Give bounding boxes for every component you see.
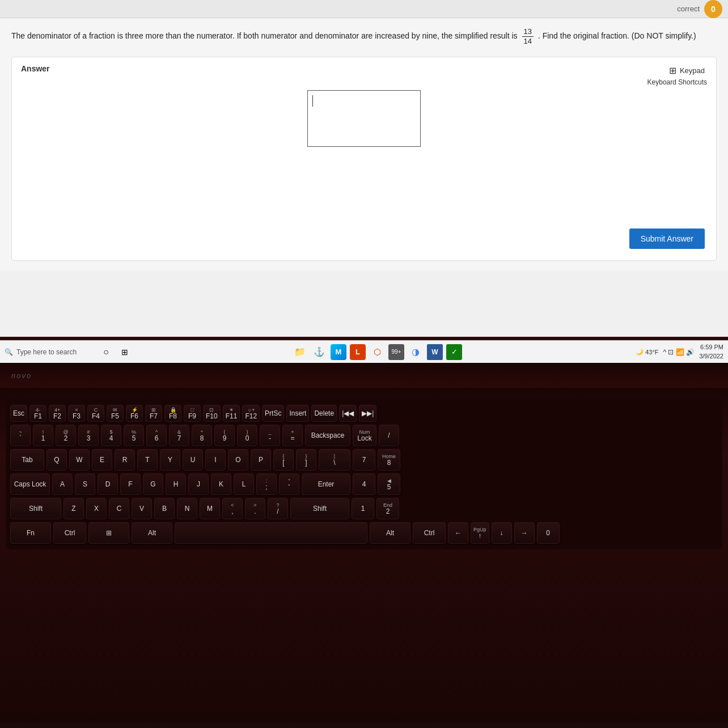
key-d[interactable]: D bbox=[98, 473, 118, 495]
key-backslash[interactable]: |\ bbox=[319, 449, 350, 471]
key-f7[interactable]: ⊞F7 bbox=[145, 405, 162, 422]
key-num4[interactable]: 4 bbox=[353, 473, 375, 495]
chrome-icon[interactable]: ◑ bbox=[408, 344, 424, 360]
keypad-button[interactable]: ⊞ Keypad bbox=[667, 64, 707, 77]
key-f2[interactable]: 4+F2 bbox=[49, 405, 66, 422]
key-prtsc[interactable]: PrtSc bbox=[262, 405, 284, 422]
key-f3[interactable]: ×F3 bbox=[68, 405, 85, 422]
keyboard-shortcuts-link[interactable]: Keyboard Shortcuts bbox=[647, 78, 707, 86]
key-shift-left[interactable]: Shift bbox=[10, 498, 61, 519]
key-tab[interactable]: Tab bbox=[10, 449, 44, 471]
key-rbracket[interactable]: }] bbox=[296, 449, 316, 471]
key-i[interactable]: I bbox=[205, 449, 226, 471]
key-caps[interactable]: Caps Lock bbox=[10, 473, 50, 495]
key-x[interactable]: X bbox=[86, 498, 107, 519]
key-num-slash[interactable]: / bbox=[379, 425, 399, 446]
key-c[interactable]: C bbox=[109, 498, 129, 519]
key-pgup[interactable]: PgUp↑ bbox=[471, 522, 489, 544]
key-prev[interactable]: |◀◀ bbox=[339, 405, 357, 422]
key-m[interactable]: M bbox=[200, 498, 220, 519]
key-j[interactable]: J bbox=[188, 473, 209, 495]
key-lbracket[interactable]: {[ bbox=[273, 449, 294, 471]
key-fn[interactable]: Fn bbox=[10, 522, 51, 544]
key-e[interactable]: E bbox=[92, 449, 112, 471]
key-9[interactable]: (9 bbox=[214, 425, 235, 446]
key-h[interactable]: H bbox=[166, 473, 186, 495]
task-view-button[interactable]: ○ bbox=[98, 344, 115, 360]
submit-button[interactable]: Submit Answer bbox=[629, 228, 705, 249]
key-5[interactable]: %5 bbox=[124, 425, 144, 446]
key-num1[interactable]: 1 bbox=[352, 498, 374, 519]
edge-icon[interactable]: ⚓ bbox=[311, 344, 327, 360]
key-quote[interactable]: "' bbox=[279, 473, 299, 495]
key-y[interactable]: Y bbox=[160, 449, 180, 471]
key-alt-left[interactable]: Alt bbox=[132, 522, 172, 544]
key-num7[interactable]: 7 bbox=[353, 449, 375, 471]
key-1[interactable]: !1 bbox=[33, 425, 53, 446]
key-semicolon[interactable]: :; bbox=[256, 473, 277, 495]
key-ctrl-right[interactable]: Ctrl bbox=[413, 522, 446, 544]
key-backspace[interactable]: Backspace bbox=[305, 425, 350, 446]
key-a[interactable]: A bbox=[52, 473, 73, 495]
key-7[interactable]: &7 bbox=[169, 425, 189, 446]
key-down[interactable]: ↓ bbox=[492, 522, 512, 544]
key-t[interactable]: T bbox=[137, 449, 158, 471]
key-8[interactable]: *8 bbox=[192, 425, 212, 446]
key-enter[interactable]: Enter bbox=[302, 473, 350, 495]
o365-icon[interactable]: ⬡ bbox=[369, 344, 385, 360]
key-delete[interactable]: Delete bbox=[311, 405, 337, 422]
key-shift-right[interactable]: Shift bbox=[290, 498, 349, 519]
key-tilde[interactable]: ~` bbox=[10, 425, 31, 446]
key-f4[interactable]: CF4 bbox=[87, 405, 104, 422]
key-win[interactable]: ⊞ bbox=[88, 522, 129, 544]
key-n[interactable]: N bbox=[177, 498, 197, 519]
key-k[interactable]: K bbox=[211, 473, 231, 495]
key-slash[interactable]: ?/ bbox=[268, 498, 288, 519]
key-q[interactable]: Q bbox=[46, 449, 67, 471]
key-u[interactable]: U bbox=[183, 449, 203, 471]
key-6[interactable]: ^6 bbox=[146, 425, 167, 446]
key-right[interactable]: → bbox=[514, 522, 535, 544]
check-icon[interactable]: ✓ bbox=[446, 344, 462, 360]
badge-icon[interactable]: 99+ bbox=[388, 344, 404, 360]
key-r[interactable]: R bbox=[115, 449, 135, 471]
key-ctrl-left[interactable]: Ctrl bbox=[53, 522, 86, 544]
key-num0[interactable]: 0 bbox=[537, 522, 560, 544]
key-b[interactable]: B bbox=[154, 498, 175, 519]
key-numlock[interactable]: NumLock bbox=[353, 425, 376, 446]
key-f12[interactable]: ☼+F12 bbox=[242, 405, 260, 422]
key-p[interactable]: P bbox=[251, 449, 271, 471]
key-f9[interactable]: □F9 bbox=[184, 405, 201, 422]
launcher-icon[interactable]: L bbox=[350, 344, 366, 360]
key-4[interactable]: $4 bbox=[101, 425, 121, 446]
key-2[interactable]: @2 bbox=[56, 425, 76, 446]
key-num5[interactable]: ◀5 bbox=[378, 473, 400, 495]
key-f11[interactable]: ☀F11 bbox=[223, 405, 240, 422]
key-o[interactable]: O bbox=[228, 449, 248, 471]
key-f6[interactable]: ⚡F6 bbox=[126, 405, 143, 422]
key-0[interactable]: )0 bbox=[237, 425, 257, 446]
widgets-button[interactable]: ⊞ bbox=[117, 344, 133, 360]
key-left[interactable]: ← bbox=[448, 522, 468, 544]
key-f8[interactable]: 🔒F8 bbox=[164, 405, 181, 422]
key-comma[interactable]: <, bbox=[222, 498, 243, 519]
key-f1[interactable]: 4-F1 bbox=[29, 405, 46, 422]
key-insert[interactable]: Insert bbox=[286, 405, 309, 422]
key-v[interactable]: V bbox=[132, 498, 152, 519]
key-3[interactable]: #3 bbox=[78, 425, 99, 446]
key-f5[interactable]: ✉F5 bbox=[107, 405, 124, 422]
key-l[interactable]: L bbox=[234, 473, 254, 495]
key-minus[interactable]: _- bbox=[260, 425, 280, 446]
store-icon[interactable]: M bbox=[331, 344, 346, 360]
key-esc[interactable]: Esc bbox=[10, 405, 27, 422]
key-space[interactable] bbox=[175, 522, 367, 544]
key-equal[interactable]: += bbox=[282, 425, 303, 446]
file-explorer-icon[interactable]: 📁 bbox=[292, 344, 308, 360]
key-s[interactable]: S bbox=[75, 473, 95, 495]
word-icon[interactable]: W bbox=[427, 344, 443, 360]
taskbar-search[interactable]: 🔍 Type here to search bbox=[5, 348, 95, 356]
key-g[interactable]: G bbox=[143, 473, 163, 495]
key-num-end[interactable]: End2 bbox=[376, 498, 399, 519]
key-w[interactable]: W bbox=[69, 449, 90, 471]
answer-box[interactable] bbox=[307, 90, 421, 147]
